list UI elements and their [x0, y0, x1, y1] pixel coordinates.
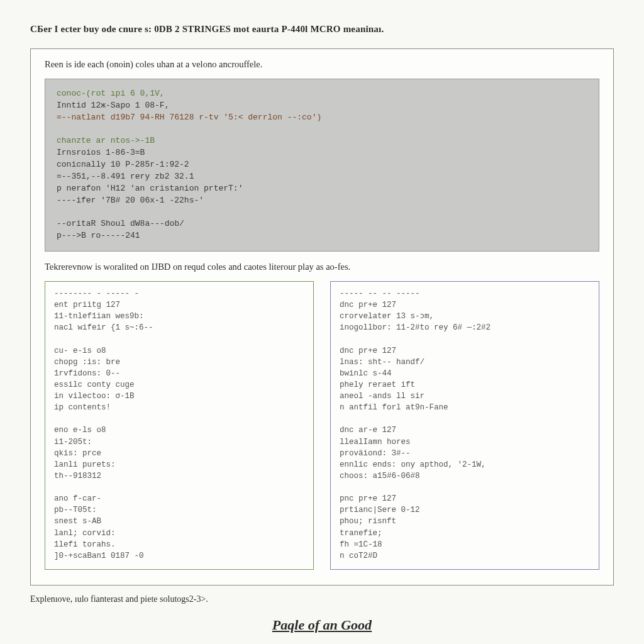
right-code-box: ----- -- -- ----- dnc pr+e 127 crorvelat… — [330, 281, 599, 570]
footer-heading: Paqle of an Good — [30, 617, 614, 633]
page-headline: CБer I ecter buy ode cnure s: 0DB 2 STRI… — [30, 24, 614, 35]
main-frame: Reen is ide each (onoin) coles uhan at a… — [30, 48, 614, 586]
two-column-container: -------- - ----- - ent priitg 127 11-tnl… — [45, 281, 599, 570]
explanation-line: Explenıove, ıulo fianterast and piete so… — [30, 594, 614, 604]
main-code-block: conoc-(rot ıpi 6 0,1V, Inntid 12ж-Sapo 1… — [45, 79, 599, 252]
left-code-box: -------- - ----- - ent priitg 127 11-tnl… — [45, 281, 314, 570]
intro-text: Reen is ide each (onoin) coles uhan at a… — [45, 59, 599, 70]
mid-description: Tekrerevnow is woralited on IJBD on requ… — [45, 262, 599, 272]
